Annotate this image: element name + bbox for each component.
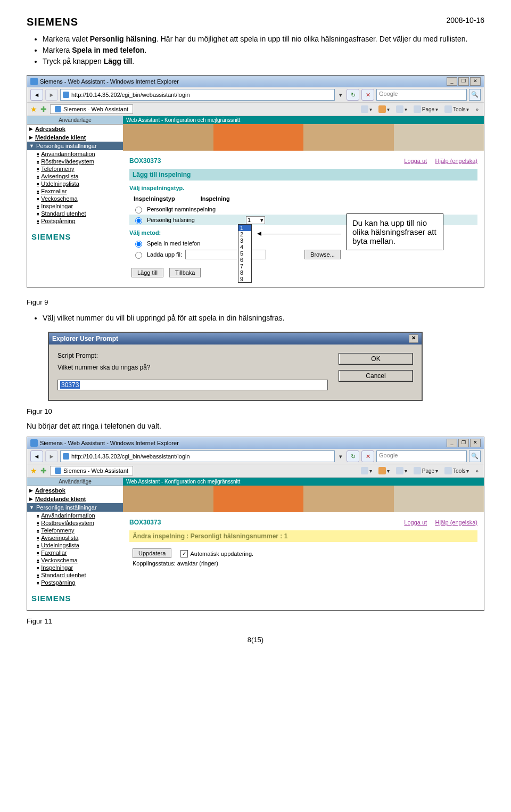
sidebar-sub-item[interactable]: Aviseringslista [27,173,123,180]
ok-button[interactable]: OK [339,353,413,365]
search-box[interactable]: Google [376,89,467,101]
sidebar-sub-item[interactable]: Veckoschema [27,195,123,202]
dropdown-option[interactable]: 3 [238,237,251,244]
sidebar-sub-item[interactable]: Telefonmeny [27,527,123,534]
sidebar-sub-item[interactable]: Röstbrevlådesystem [27,158,123,165]
sidebar-sub-item[interactable]: Röstbrevlådesystem [27,519,123,527]
file-path-input[interactable] [185,250,266,259]
tools-menu[interactable]: Tools▾ [442,467,471,474]
cancel-button[interactable]: Cancel [339,370,413,382]
sidebar-addressbook[interactable]: ▶Adressbok [27,486,123,495]
browser-tab[interactable]: Siemens - Web Assistant [50,466,133,475]
body-text: Nu börjar det att ringa i telefonen du v… [27,422,484,430]
feeds-button[interactable]: ▾ [376,105,392,113]
sidebar-sub-item[interactable]: Användarinformation [27,150,123,158]
refresh-button[interactable]: ↻ [347,450,359,462]
address-dropdown[interactable]: ▾ [337,453,344,460]
sidebar-sub-item[interactable]: Veckoschema [27,556,123,564]
page-menu[interactable]: Page▾ [411,467,440,474]
add-favorite-icon[interactable]: ✚ [40,105,47,113]
radio-record-phone[interactable] [135,241,142,248]
radio-personal-greeting[interactable] [135,217,142,224]
sidebar-personal-settings[interactable]: ▼Personliga inställningar [27,503,123,512]
home-button[interactable]: ▾ [359,467,374,474]
sidebar-sub-item[interactable]: Inspelningar [27,564,123,571]
dropdown-option[interactable]: 7 [238,263,251,269]
box-id: BOX30373 [129,157,161,165]
browse-button[interactable]: Browse... [304,250,341,259]
help-link[interactable]: Hjälp (engelska) [435,158,477,164]
dropdown-option[interactable]: 2 [238,231,251,237]
sidebar-sub-item[interactable]: Användarinformation [27,512,123,519]
minimize-button[interactable]: _ [447,439,457,447]
search-button[interactable]: 🔍 [469,450,481,462]
search-button[interactable]: 🔍 [469,89,481,101]
sidebar-sub-item[interactable]: Telefonmeny [27,165,123,173]
dropdown-option[interactable]: 4 [238,244,251,250]
sidebar-sub-item[interactable]: Inspelningar [27,202,123,210]
update-button[interactable]: Uppdatera [133,548,171,558]
window-title: Siemens - Web Assistant - Windows Intern… [40,78,179,85]
sidebar-siemens-logo: SIEMENS [27,225,123,249]
home-button[interactable]: ▾ [359,105,374,113]
dropdown-option[interactable]: 9 [238,276,251,282]
dropdown-option[interactable]: 8 [238,269,251,276]
greeting-number-select[interactable]: 1▾ [246,216,265,224]
add-button[interactable]: Lägg till [131,268,163,277]
radio-name-recording[interactable] [135,207,142,214]
forward-button[interactable]: ► [45,450,58,462]
dropdown-option[interactable]: 1 [238,225,251,231]
dialog-close-button[interactable]: ✕ [409,334,418,343]
back-button[interactable]: ◄ [30,450,43,462]
logout-link[interactable]: Logga ut [404,158,427,164]
minimize-button[interactable]: _ [447,77,457,86]
dropdown-option[interactable]: 5 [238,250,251,257]
close-button[interactable]: ✕ [470,439,481,447]
address-dropdown[interactable]: ▾ [337,92,344,99]
close-button[interactable]: ✕ [470,77,481,86]
favorites-icon[interactable]: ★ [30,105,37,113]
stop-button[interactable]: ✕ [361,450,374,462]
back-button[interactable]: Tillbaka [169,268,201,277]
sidebar-message-client[interactable]: ▶Meddelande klient [27,133,123,142]
sidebar-personal-settings[interactable]: ▼Personliga inställningar [27,142,123,150]
forward-button[interactable]: ► [45,89,58,101]
refresh-button[interactable]: ↻ [347,89,359,101]
url-text: http://10.14.35.202/cgi_bin/webassistant… [71,92,190,98]
dropdown-option[interactable]: 6 [238,257,251,263]
search-box[interactable]: Google [376,450,467,462]
sidebar-sub-item[interactable]: Faxmallar [27,187,123,195]
sidebar-sub-item[interactable]: Faxmallar [27,549,123,556]
address-bar[interactable]: http://10.14.35.202/cgi_bin/webassistant… [60,450,335,462]
favorites-icon[interactable]: ★ [30,466,37,475]
tools-menu[interactable]: Tools▾ [442,105,471,113]
sidebar-mode-tab[interactable]: Användarläge [27,116,123,125]
sidebar-sub-item[interactable]: Postspårning [27,217,123,225]
print-button[interactable]: ▾ [394,467,409,474]
feeds-button[interactable]: ▾ [376,467,392,474]
help-link[interactable]: Hjälp (engelska) [435,519,477,526]
prompt-input[interactable]: 30373 [57,380,328,390]
back-button[interactable]: ◄ [30,89,43,101]
maximize-button[interactable]: ❐ [458,77,469,86]
sidebar-mode-tab[interactable]: Användarläge [27,478,123,486]
auto-update-checkbox[interactable]: ✓ [180,550,188,557]
browser-tab[interactable]: Siemens - Web Assistant [50,104,133,114]
sidebar-sub-item[interactable]: Aviseringslista [27,534,123,542]
radio-upload-file[interactable] [135,252,142,259]
address-bar[interactable]: http://10.14.35.202/cgi_bin/webassistant… [60,89,335,101]
sidebar-message-client[interactable]: ▶Meddelande klient [27,495,123,503]
logout-link[interactable]: Logga ut [404,519,427,526]
sidebar-addressbook[interactable]: ▶Adressbok [27,125,123,133]
sidebar-sub-item[interactable]: Utdelningslista [27,542,123,549]
sidebar-sub-item[interactable]: Standard utenhet [27,571,123,579]
add-favorite-icon[interactable]: ✚ [40,466,47,475]
greeting-dropdown-list[interactable]: 1 2 3 4 5 6 7 8 9 [238,224,252,283]
print-button[interactable]: ▾ [394,105,409,113]
maximize-button[interactable]: ❐ [458,439,469,447]
sidebar-sub-item[interactable]: Postspårning [27,579,123,586]
sidebar-sub-item[interactable]: Standard utenhet [27,210,123,217]
stop-button[interactable]: ✕ [361,89,374,101]
sidebar-sub-item[interactable]: Utdelningslista [27,180,123,187]
page-menu[interactable]: Page▾ [411,105,440,113]
